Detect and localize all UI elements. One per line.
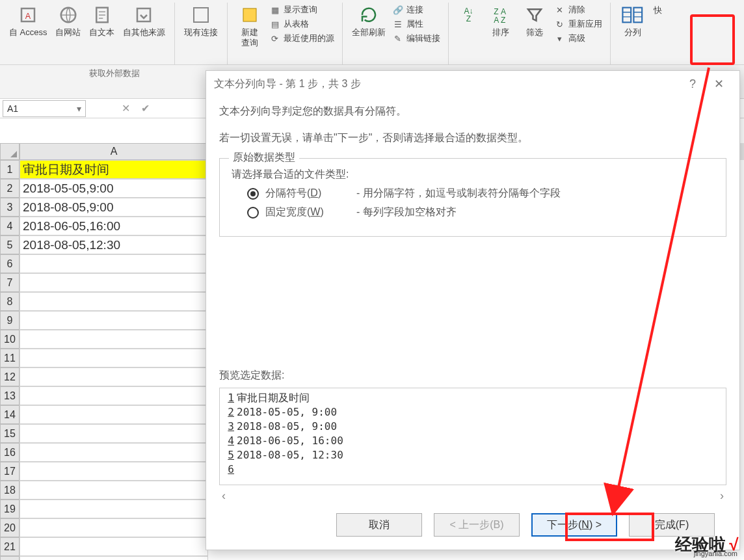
row-header[interactable]: 12 [0, 367, 20, 386]
row-header[interactable]: 10 [0, 330, 20, 349]
row-header[interactable]: 9 [0, 311, 20, 330]
radio-delimited-row[interactable]: 分隔符号(D) - 用分隔字符，如逗号或制表符分隔每个字段 [247, 187, 714, 200]
svg-text:A: A [501, 7, 506, 16]
cell[interactable]: 2018-08-05,12:30 [20, 235, 208, 254]
name-box[interactable]: A1 ▾ [3, 100, 86, 117]
cell[interactable] [20, 537, 208, 556]
cell[interactable] [20, 481, 208, 500]
scroll-left-icon[interactable]: ‹ [222, 489, 226, 503]
radio-delimited[interactable] [247, 188, 259, 200]
btn-sort-main[interactable]: ZAAZ 排序 [484, 3, 518, 39]
row-header[interactable]: 8 [0, 292, 20, 311]
select-all-corner[interactable] [0, 143, 20, 160]
recent-icon: ⟳ [269, 33, 281, 44]
scroll-right-icon[interactable]: › [720, 489, 724, 503]
cancel-button[interactable]: 取消 [336, 513, 422, 537]
row-header[interactable]: 1 [0, 160, 20, 179]
back-button[interactable]: < 上一步(B) [434, 513, 520, 537]
cell[interactable] [20, 292, 208, 311]
cell-A1[interactable]: 审批日期及时间 [20, 160, 208, 179]
cell[interactable] [20, 386, 208, 405]
preview-line: 2018-05-05, 9:00 [237, 405, 337, 420]
btn-properties[interactable]: ☰属性 [390, 17, 443, 31]
row-header[interactable]: 15 [0, 424, 20, 443]
cell[interactable] [20, 500, 208, 518]
row-header[interactable]: 5 [0, 235, 20, 254]
chevron-down-icon[interactable]: ▾ [77, 103, 81, 114]
cell[interactable]: 2018-06-05,16:00 [20, 217, 208, 235]
row-header[interactable]: 17 [0, 462, 20, 481]
enter-formula-icon[interactable]: ✔ [135, 102, 155, 114]
cancel-formula-icon[interactable]: ✕ [116, 102, 135, 114]
btn-edit-links[interactable]: ✎编辑链接 [390, 31, 443, 46]
btn-existing-conn[interactable]: 现有连接 [180, 3, 222, 39]
query-icon [239, 4, 261, 26]
close-icon[interactable]: ✕ [706, 77, 732, 91]
group-sort-filter: A↓Z ZAAZ 排序 筛选 ✕清除 ↻重新应用 ▾高级 [449, 3, 611, 65]
svg-text:A: A [25, 12, 31, 21]
btn-from-access[interactable]: A 自 Access [5, 3, 51, 39]
next-button[interactable]: 下一步(N) > [531, 513, 617, 537]
btn-refresh-all[interactable]: 全部刷新 [348, 3, 390, 39]
row-header[interactable]: 7 [0, 273, 20, 292]
btn-from-other[interactable]: 自其他来源 [119, 3, 169, 39]
radio-fixed-row[interactable]: 固定宽度(W) - 每列字段加空格对齐 [247, 206, 714, 219]
row-header[interactable]: 6 [0, 254, 20, 273]
btn-sort[interactable]: A↓Z [454, 3, 484, 27]
group-get-external: A 自 Access 自网站 自文本 自其他来源 [0, 3, 175, 65]
btn-text-to-columns[interactable]: 分列 [616, 3, 650, 39]
svg-rect-4 [137, 8, 150, 21]
row-header[interactable]: 20 [0, 518, 20, 537]
row-header[interactable]: 16 [0, 443, 20, 462]
btn-show-query[interactable]: ▦显示查询 [267, 3, 337, 17]
btn-recent[interactable]: ⟳最近使用的源 [267, 31, 337, 46]
globe-icon [57, 4, 79, 26]
btn-advanced[interactable]: ▾高级 [551, 31, 605, 46]
cell[interactable] [20, 518, 208, 537]
row-header[interactable]: 21 [0, 537, 20, 556]
help-button[interactable]: ? [680, 77, 706, 91]
sort-icon: ZAAZ [490, 4, 512, 26]
btn-quick[interactable]: 快 [650, 3, 666, 17]
other-source-icon [133, 4, 155, 26]
cell[interactable] [20, 330, 208, 349]
btn-from-text[interactable]: 自文本 [85, 3, 119, 39]
col-header-A[interactable]: A [20, 143, 208, 160]
btn-reapply[interactable]: ↻重新应用 [551, 17, 605, 31]
cell[interactable] [20, 311, 208, 330]
reapply-icon: ↻ [554, 18, 566, 30]
row-header[interactable]: 18 [0, 481, 20, 500]
cell[interactable] [20, 254, 208, 273]
btn-clear[interactable]: ✕清除 [551, 3, 605, 17]
row-header[interactable]: 22 [0, 556, 20, 560]
adv-icon: ▾ [554, 33, 566, 44]
row-header[interactable]: 19 [0, 500, 20, 518]
cell[interactable] [20, 349, 208, 367]
row-header[interactable]: 2 [0, 179, 20, 198]
cell[interactable] [20, 405, 208, 424]
btn-new-query[interactable]: 新建 查询 [233, 3, 267, 49]
row-header[interactable]: 11 [0, 349, 20, 367]
radio-fixed[interactable] [247, 207, 259, 219]
cell[interactable] [20, 367, 208, 386]
cell[interactable] [20, 462, 208, 481]
btn-from-web[interactable]: 自网站 [51, 3, 85, 39]
dialog-body: 文本分列向导判定您的数据具有分隔符。 若一切设置无误，请单击"下一步"，否则请选… [206, 97, 739, 550]
cell[interactable] [20, 424, 208, 443]
btn-from-table[interactable]: ▤从表格 [267, 17, 337, 31]
row-header[interactable]: 4 [0, 217, 20, 235]
cell[interactable]: 2018-05-05,9:00 [20, 179, 208, 198]
columns-icon [622, 4, 644, 26]
row-header[interactable]: 14 [0, 405, 20, 424]
cell[interactable]: 2018-08-05,9:00 [20, 198, 208, 217]
row-header[interactable]: 13 [0, 386, 20, 405]
cell[interactable] [20, 556, 208, 560]
btn-connections[interactable]: 🔗连接 [390, 3, 443, 17]
row-header[interactable]: 3 [0, 198, 20, 217]
clear-icon: ✕ [554, 4, 566, 16]
preview-scroll[interactable]: ‹ › [219, 485, 726, 503]
db-icon: A [17, 4, 39, 26]
cell[interactable] [20, 443, 208, 462]
cell[interactable] [20, 273, 208, 292]
btn-filter[interactable]: 筛选 [518, 3, 551, 39]
